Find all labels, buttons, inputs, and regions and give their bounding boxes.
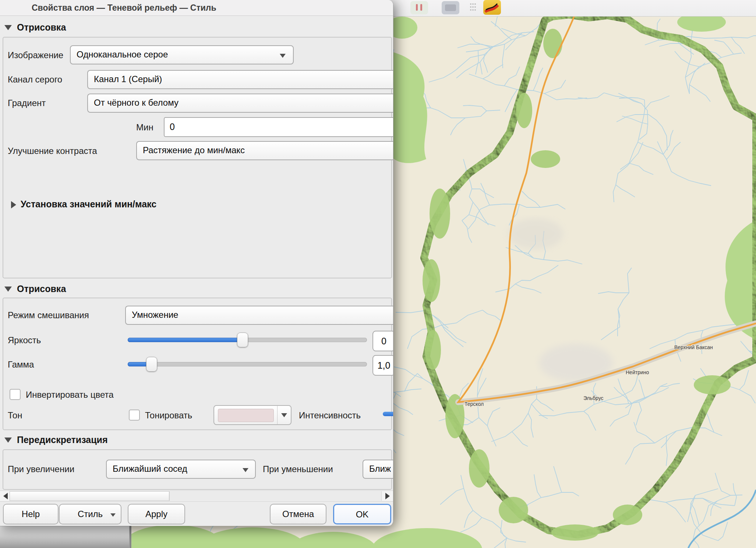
collapse-triangle-icon[interactable] (4, 438, 12, 443)
section-header-band-rendering[interactable]: Отрисовка (17, 22, 66, 33)
section-header-color-rendering[interactable]: Отрисовка (17, 284, 66, 294)
min-value-input[interactable]: 0 (164, 117, 393, 137)
scroll-right-icon (385, 493, 390, 499)
scrollbar-track[interactable] (169, 491, 382, 501)
map-place-label: Нейтрино (626, 369, 649, 375)
gray-band-combo[interactable]: Канал 1 (Серый) (87, 70, 393, 89)
chevron-down-icon (243, 468, 248, 472)
dialog-titlebar[interactable]: Свойства слоя — Теневой рельеф — Стиль (0, 0, 393, 16)
color-swatch (218, 409, 274, 422)
toolbar-grip[interactable] (470, 3, 477, 12)
slider-handle[interactable] (237, 333, 248, 347)
slider-fill (128, 338, 243, 342)
invert-colors-label: Инвертировать цвета (26, 390, 114, 400)
dialog-title: Свойства слоя — Теневой рельеф — Стиль (32, 3, 216, 13)
blend-mode-label: Режим смешивания (8, 310, 89, 320)
profile-curve-icon[interactable] (483, 0, 501, 15)
brightness-value-box[interactable]: 0 (372, 331, 393, 351)
gamma-slider[interactable] (128, 362, 367, 366)
min-label: Мин (136, 122, 153, 133)
map-place-label: Терскол (464, 401, 484, 407)
intensity-label: Интенсивность (299, 410, 361, 421)
ok-button[interactable]: OK (333, 504, 391, 524)
gray-band-label: Канал серого (8, 74, 62, 85)
minmax-settings-toggle[interactable]: Установка значений мин/макс (21, 199, 156, 210)
gradient-combo[interactable]: От чёрного к белому (87, 94, 393, 113)
layers-panel-fragment (0, 526, 129, 548)
contrast-enhancement-combo[interactable]: Растяжение до мин/макс (136, 141, 393, 160)
invert-colors-checkbox[interactable] (10, 389, 21, 400)
colorize-label: Тонировать (145, 410, 192, 421)
horizontal-scrollbar[interactable] (0, 491, 393, 502)
style-menu-button[interactable]: Стиль (59, 504, 121, 524)
render-type-combo[interactable]: Одноканальное серое (70, 45, 294, 64)
help-button[interactable]: Help (3, 504, 59, 524)
chevron-down-icon (281, 413, 287, 417)
panel-splitter[interactable] (129, 526, 131, 548)
collapse-triangle-icon[interactable] (4, 25, 12, 30)
chevron-down-icon (110, 513, 116, 517)
contrast-enhancement-label: Улучшение контраста (8, 146, 97, 156)
scroll-right-cell[interactable] (381, 491, 393, 501)
gamma-label: Гамма (8, 359, 34, 370)
map-place-label: Верхний Баксан (674, 344, 713, 350)
zoom-out-resampling-label: При уменьшении (263, 464, 333, 474)
collapse-triangle-icon[interactable] (4, 287, 12, 292)
brightness-label: Яркость (8, 335, 41, 345)
scrollbar-thumb[interactable] (10, 491, 169, 501)
blend-mode-combo[interactable]: Умножение (125, 306, 393, 325)
render-type-label: Изображение (8, 50, 63, 60)
colorize-color-button[interactable] (213, 405, 292, 425)
intensity-slider-fragment[interactable] (383, 412, 393, 416)
map-place-label: Эльбрус (583, 395, 604, 401)
color-dropdown-cell[interactable] (277, 406, 291, 424)
layer-properties-dialog: Свойства слоя — Теневой рельеф — Стиль О… (0, 0, 393, 526)
collapsed-triangle-icon[interactable] (11, 201, 16, 208)
cancel-button[interactable]: Отмена (270, 504, 326, 524)
colorize-checkbox[interactable] (129, 410, 140, 421)
hue-label: Тон (8, 410, 22, 421)
gradient-label: Градиент (8, 98, 46, 108)
disabled-raster-tool-icon[interactable] (442, 1, 459, 14)
zoom-in-resampling-combo[interactable]: Ближайший сосед (106, 460, 256, 479)
section-header-resampling[interactable]: Передискретизация (17, 435, 107, 445)
disabled-tool-icon[interactable] (410, 1, 428, 14)
chevron-down-icon (280, 54, 286, 58)
apply-button[interactable]: Apply (128, 504, 185, 524)
zoom-in-resampling-label: При увеличении (8, 464, 74, 474)
gamma-value-box[interactable]: 1,0 (372, 355, 393, 376)
brightness-slider[interactable] (128, 338, 367, 342)
slider-handle[interactable] (146, 357, 157, 372)
scroll-left-icon[interactable] (3, 493, 8, 499)
zoom-out-resampling-combo[interactable]: Ближ (363, 460, 393, 479)
